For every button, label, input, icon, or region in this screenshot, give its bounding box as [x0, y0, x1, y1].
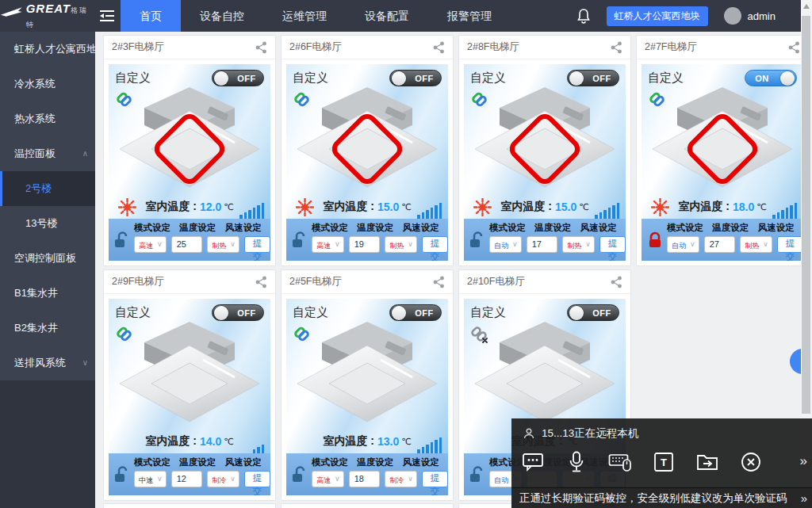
sidebar-item[interactable]: 2号楼 [0, 171, 95, 206]
room-temp-unit: ℃ [401, 202, 411, 212]
mode-select[interactable]: 高速 ∨ [134, 236, 167, 253]
nav-item[interactable]: 报警管理 [428, 0, 511, 32]
mode-set-label: 模式设定 [312, 222, 357, 234]
fan-select[interactable]: 制热 ∨ [562, 236, 595, 253]
room-temp-label: 室内温度 : [323, 434, 374, 449]
unlocked-icon[interactable] [114, 231, 130, 249]
fan-select[interactable]: 制冷 ∨ [385, 471, 417, 487]
card-title: 2#6F电梯厅 [289, 40, 342, 54]
user-menu[interactable]: admin [724, 7, 776, 25]
control-strip: 模式设定 温度设定 风速设定 自动 ∨ 17 制热 ∨ [464, 219, 626, 261]
notification-bell-icon[interactable] [576, 8, 591, 24]
mode-select[interactable]: 自动 ∨ [667, 236, 699, 253]
mode-set-label: 模式设定 [667, 222, 712, 234]
ac-unit-image [469, 319, 620, 425]
sidebar-item[interactable]: 送排风系统∨ [0, 346, 95, 380]
submit-button[interactable]: 提交 [244, 236, 270, 253]
mode-select[interactable]: 中速 ∨ [134, 471, 167, 487]
sidebar-item[interactable]: B2集水井 [0, 311, 95, 346]
submit-button[interactable]: 提交 [422, 236, 448, 253]
control-strip: 模式设定 温度设定 风速设定 自动 ∨ 27 制热 ∨ [642, 219, 803, 261]
security-notice-text: 正通过长期验证码被控，安全级别低建议改为单次验证码 [511, 491, 787, 506]
card-header: 2#7F电梯厅 [637, 36, 808, 59]
fan-select[interactable]: 制冷 ∨ [207, 471, 239, 487]
fan-select[interactable]: 制热 ∨ [207, 236, 239, 253]
card-header: 2#10F电梯厅 [459, 270, 630, 294]
unlocked-icon[interactable] [292, 231, 308, 249]
card-title: 2#9F电梯厅 [112, 275, 164, 288]
mode-select[interactable]: 高速 ∨ [312, 236, 344, 253]
sidebar-item[interactable]: 冷水系统 [0, 67, 95, 101]
collapse-sidebar-icon[interactable] [94, 0, 121, 32]
nav-item[interactable]: 设备自控 [181, 0, 263, 32]
setpoint-input[interactable]: 18 [349, 471, 381, 487]
nav-item[interactable]: 运维管理 [263, 0, 346, 32]
mode-select[interactable]: 自动 ∨ [489, 236, 522, 253]
submit-button[interactable]: 提交 [777, 236, 803, 253]
setpoint-input[interactable]: 27 [704, 236, 736, 253]
temperature-row: 室内温度 : 15.0 ℃ [286, 193, 448, 221]
setpoint-input[interactable]: 19 [349, 236, 381, 253]
sidebar-item[interactable]: 热水系统 [0, 101, 95, 136]
control-strip: 模式设定 温度设定 风速设定 高速 ∨ 18 制冷 ∨ [286, 453, 448, 495]
file-transfer-icon[interactable] [695, 450, 719, 474]
unlocked-icon[interactable] [469, 466, 485, 483]
temp-set-label: 温度设定 [534, 222, 580, 234]
submit-button[interactable]: 提交 [599, 236, 626, 253]
fan-select[interactable]: 制热 ∨ [385, 236, 417, 253]
overlay-expand-icon[interactable]: » [800, 453, 806, 469]
temp-set-label: 温度设定 [357, 456, 402, 468]
submit-button[interactable]: 提交 [244, 471, 270, 487]
share-icon[interactable] [255, 41, 267, 54]
card-header: 2#5F电梯厅 [282, 270, 453, 294]
room-temp-value: 18.0 [733, 201, 754, 213]
device-panel: 自定义 OFF [286, 64, 448, 261]
setpoint-input[interactable]: 17 [527, 236, 558, 253]
unlocked-icon[interactable] [292, 466, 308, 483]
submit-button[interactable]: 提交 [422, 471, 448, 487]
share-icon[interactable] [433, 276, 445, 288]
person-icon [523, 427, 535, 440]
microphone-icon[interactable] [565, 450, 588, 474]
share-icon[interactable] [788, 41, 800, 54]
text-tool-icon[interactable]: T [652, 450, 676, 474]
device-card: 2#5F电梯厅 自定义 OFF [281, 269, 454, 501]
sidebar-item[interactable]: 温控面板∧ [0, 136, 95, 171]
toggle-knob [214, 306, 228, 320]
nav-item[interactable]: 设备配置 [346, 0, 428, 32]
security-notice-bar: 正通过长期验证码被控，安全级别低建议改为单次验证码 » [511, 487, 812, 508]
share-icon[interactable] [611, 276, 622, 288]
sidebar-item[interactable]: 虹桥人才公寓西地... [0, 32, 95, 67]
chevron-down-icon: ∨ [335, 240, 340, 248]
scrollbar-thumb[interactable] [802, 16, 810, 414]
toggle-knob [392, 306, 406, 320]
sidebar-item[interactable]: 空调控制面板 [0, 241, 95, 276]
project-badge[interactable]: 虹桥人才公寓西地块 [607, 6, 708, 26]
chevron-down-icon: ∨ [82, 346, 88, 380]
sidebar-item[interactable]: 13号楼 [0, 206, 95, 241]
locked-icon[interactable] [647, 231, 663, 249]
share-icon[interactable] [255, 276, 267, 288]
chat-icon[interactable] [521, 450, 545, 474]
fan-select[interactable]: 制热 ∨ [740, 236, 772, 253]
keyboard-mouse-icon[interactable] [608, 450, 632, 474]
chevron-down-icon: ∨ [512, 240, 518, 248]
scroll-up-arrow-icon[interactable] [803, 4, 810, 9]
notice-more-icon[interactable]: » [801, 491, 812, 505]
close-session-icon[interactable] [739, 450, 763, 474]
unlocked-icon[interactable] [114, 466, 130, 483]
chevron-down-icon: ∨ [335, 475, 340, 483]
share-icon[interactable] [433, 41, 445, 54]
next-row-card-peek [103, 503, 276, 508]
unlocked-icon[interactable] [469, 231, 485, 249]
room-temp-label: 室内温度 : [323, 200, 374, 214]
device-panel: 自定义 OFF [286, 299, 448, 495]
setpoint-input[interactable]: 25 [171, 236, 203, 253]
nav-item[interactable]: 首页 [121, 0, 181, 32]
setpoint-input[interactable]: 12 [171, 471, 203, 487]
toggle-state-label: OFF [409, 74, 439, 83]
mode-select[interactable]: 高速 ∨ [312, 471, 344, 487]
share-icon[interactable] [611, 41, 622, 54]
device-card: 2#9F电梯厅 自定义 OFF [103, 269, 276, 501]
sidebar-item[interactable]: B1集水井 [0, 276, 95, 311]
